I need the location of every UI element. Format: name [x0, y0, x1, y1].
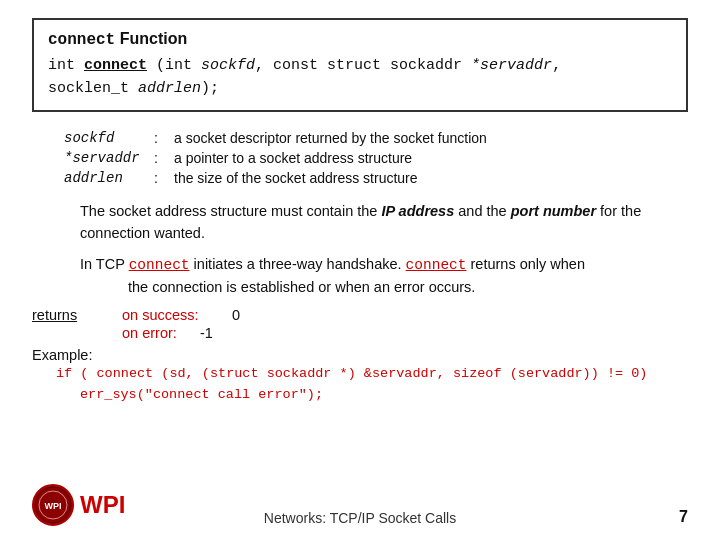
footer-page-number: 7 — [679, 508, 688, 526]
body1-text: The socket address structure must contai… — [80, 203, 381, 219]
connect-red-1: connect — [129, 257, 190, 273]
footer: WPI WPI Networks: TCP/IP Socket Calls 7 — [0, 510, 720, 526]
param-desc-servaddr: a pointer to a socket address structure — [174, 150, 688, 166]
param-colon-2: : — [154, 170, 174, 186]
example-section: Example: if ( connect (sd, (struct socka… — [32, 347, 688, 406]
param-colon-1: : — [154, 150, 174, 166]
body-paragraph-1: The socket address structure must contai… — [80, 200, 688, 245]
on-error-label: on error: — [122, 325, 192, 341]
example-line2: err_sys("connect call error"); — [80, 384, 688, 406]
returns-label: returns — [32, 307, 122, 323]
returns-success-line: returns on success: 0 — [32, 307, 688, 323]
socklen-t: socklen_t addrlen); — [48, 80, 219, 97]
footer-title: Networks: TCP/IP Socket Calls — [264, 510, 456, 526]
param-name-servaddr: *servaddr — [64, 150, 154, 166]
code-box: connect Function int connect (int sockfd… — [32, 18, 688, 112]
connect-keyword: connect — [84, 57, 147, 74]
code-line1: int connect (int sockfd, const struct so… — [48, 55, 672, 78]
param-desc-addrlen: the size of the socket address structure — [174, 170, 688, 186]
example-label: Example: — [32, 347, 688, 363]
code-line2: socklen_t addrlen); — [48, 78, 672, 101]
code-params: (int sockfd, const struct sockaddr *serv… — [147, 57, 561, 74]
error-value: -1 — [200, 325, 213, 341]
connect-red-2: connect — [406, 257, 467, 273]
title-function: Function — [120, 30, 188, 47]
param-row-servaddr: *servaddr : a pointer to a socket addres… — [64, 150, 688, 166]
title-connect: connect — [48, 31, 115, 49]
returns-section: returns on success: 0 on error: -1 — [32, 307, 688, 341]
param-row-addrlen: addrlen : the size of the socket address… — [64, 170, 688, 186]
param-desc-sockfd: a socket descriptor returned by the sock… — [174, 130, 688, 146]
body2-end: returns only when — [467, 256, 585, 272]
body2-line2: the connection is established or when an… — [128, 279, 475, 295]
body2-prefix: In TCP — [80, 256, 129, 272]
body1-and: and the — [454, 203, 510, 219]
param-table: sockfd : a socket descriptor returned by… — [64, 130, 688, 186]
code-box-title: connect Function — [48, 30, 672, 49]
success-value: 0 — [232, 307, 240, 323]
slide: connect Function int connect (int sockfd… — [0, 0, 720, 540]
ip-address-bold: IP address — [381, 203, 454, 219]
on-success-label: on success: — [122, 307, 232, 323]
footer-logo: WPI WPI — [32, 484, 125, 526]
wpi-wordmark: WPI — [80, 491, 125, 519]
int-keyword: int — [48, 57, 84, 74]
wpi-seal: WPI — [32, 484, 74, 526]
example-line1: if ( connect (sd, (struct sockaddr *) &s… — [56, 363, 688, 385]
param-colon-0: : — [154, 130, 174, 146]
body-paragraph-2: In TCP connect initiates a three-way han… — [80, 253, 688, 299]
param-name-addrlen: addrlen — [64, 170, 154, 186]
returns-error-line: on error: -1 — [32, 325, 688, 341]
body2-mid: initiates a three-way handshake. — [190, 256, 406, 272]
param-name-sockfd: sockfd — [64, 130, 154, 146]
port-number-bold: port number — [511, 203, 596, 219]
param-row-sockfd: sockfd : a socket descriptor returned by… — [64, 130, 688, 146]
svg-text:WPI: WPI — [45, 501, 62, 511]
